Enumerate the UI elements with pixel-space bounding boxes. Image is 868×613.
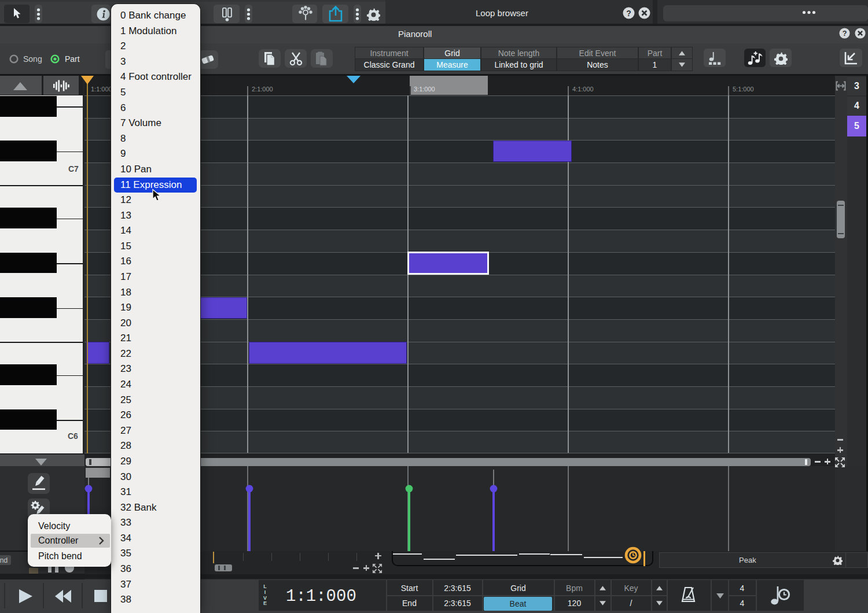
svg-text:?: ? [843,29,847,38]
svg-text:?: ? [626,9,631,18]
